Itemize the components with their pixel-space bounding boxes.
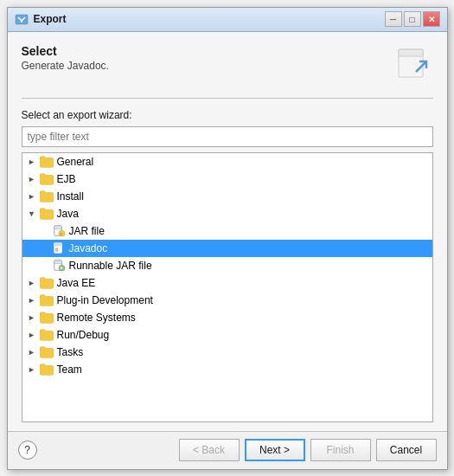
toggle-general[interactable] (26, 156, 38, 168)
footer-left: ? (18, 441, 37, 460)
tree-item-plugin-dev[interactable]: Plug-in Development (22, 292, 432, 309)
label-install: Install (57, 190, 84, 203)
title-controls: ─ □ ✕ (385, 11, 440, 27)
help-button[interactable]: ? (18, 441, 37, 460)
tree-item-runnable-jar[interactable]: Runnable JAR file (22, 257, 432, 274)
toggle-tasks[interactable] (26, 346, 38, 358)
label-java-ee: Java EE (57, 277, 96, 289)
tree-item-run-debug[interactable]: Run/Debug (22, 326, 432, 344)
svg-rect-0 (16, 15, 28, 24)
folder-icon-run-debug (40, 329, 54, 341)
label-run-debug: Run/Debug (57, 329, 110, 341)
toggle-remote-systems[interactable] (26, 312, 38, 324)
section-label: Select an export wizard: (22, 109, 433, 121)
folder-icon-ejb (40, 173, 54, 185)
tree-item-java[interactable]: Java (22, 205, 432, 222)
export-dialog: Export ─ □ ✕ Select Generate Javadoc. (7, 7, 448, 470)
svg-text:J: J (60, 231, 61, 235)
dialog-title: Export (34, 13, 67, 25)
page-subtitle: Generate Javadoc. (22, 60, 109, 72)
tree-item-javadoc[interactable]: @ Javadoc (22, 240, 432, 257)
toggle-install[interactable] (26, 190, 38, 203)
folder-icon-java-ee (40, 277, 54, 289)
title-bar: Export ─ □ ✕ (8, 8, 447, 32)
header-section: Select Generate Javadoc. (22, 44, 433, 86)
page-title: Select (22, 44, 109, 58)
label-runnable-jar: Runnable JAR file (69, 260, 152, 272)
footer-buttons: < Back Next > Finish Cancel (179, 439, 437, 461)
folder-icon-team (40, 363, 54, 376)
folder-icon-remote-systems (40, 312, 54, 324)
svg-rect-13 (54, 260, 61, 263)
tree-item-tasks[interactable]: Tasks (22, 344, 432, 361)
close-button[interactable]: ✕ (423, 11, 440, 27)
cancel-button[interactable]: Cancel (376, 439, 437, 461)
tree-item-ejb[interactable]: EJB (22, 170, 432, 188)
label-remote-systems: Remote Systems (57, 312, 136, 324)
title-bar-left: Export (15, 12, 67, 26)
tree-container: General EJB Install (22, 152, 433, 422)
svg-text:@: @ (54, 246, 57, 251)
maximize-button[interactable]: □ (404, 11, 421, 27)
jar-file-icon: J (52, 225, 66, 237)
header-text: Select Generate Javadoc. (22, 44, 109, 72)
javadoc-icon: @ (52, 242, 66, 254)
folder-icon-java (40, 208, 54, 220)
minimize-button[interactable]: ─ (385, 11, 402, 27)
dialog-body: Select Generate Javadoc. Select an expor… (8, 32, 447, 431)
toggle-run-debug[interactable] (26, 329, 38, 341)
label-jar-file: JAR file (69, 225, 105, 237)
toggle-java-ee[interactable] (26, 277, 38, 289)
tree-item-java-ee[interactable]: Java EE (22, 274, 432, 292)
finish-button[interactable]: Finish (310, 439, 371, 461)
dialog-icon (15, 12, 29, 26)
export-graphic (393, 46, 432, 84)
tree-item-jar-file[interactable]: J JAR file (22, 222, 432, 240)
toggle-ejb[interactable] (26, 173, 38, 185)
folder-icon-tasks (40, 346, 54, 358)
toggle-team[interactable] (26, 363, 38, 376)
export-icon (392, 44, 433, 86)
dialog-footer: ? < Back Next > Finish Cancel (8, 431, 447, 469)
filter-input[interactable] (22, 126, 433, 147)
toggle-java[interactable] (26, 208, 38, 220)
tree-item-remote-systems[interactable]: Remote Systems (22, 309, 432, 326)
svg-rect-6 (54, 225, 61, 228)
toggle-plugin-dev[interactable] (26, 294, 38, 306)
tree-item-team[interactable]: Team (22, 361, 432, 378)
label-plugin-dev: Plug-in Development (57, 294, 153, 306)
folder-icon-install (40, 190, 54, 203)
svg-rect-3 (399, 49, 423, 56)
label-team: Team (57, 363, 82, 376)
folder-icon-general (40, 156, 54, 168)
label-javadoc: Javadoc (69, 242, 108, 254)
runnable-jar-icon (52, 260, 66, 272)
tree-item-install[interactable]: Install (22, 188, 432, 205)
divider (22, 98, 433, 99)
label-java: Java (57, 208, 79, 220)
label-tasks: Tasks (57, 346, 84, 358)
next-button[interactable]: Next > (245, 439, 305, 461)
label-general: General (57, 156, 94, 168)
back-button[interactable]: < Back (179, 439, 240, 461)
folder-icon-plugin-dev (40, 294, 54, 306)
tree-item-general[interactable]: General (22, 153, 432, 170)
label-ejb: EJB (57, 173, 76, 185)
